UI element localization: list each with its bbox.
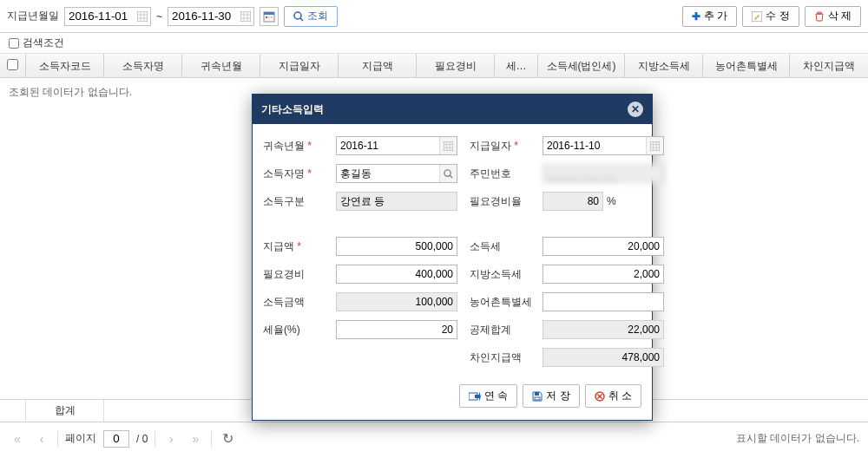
svg-line-16 — [300, 18, 303, 21]
close-icon[interactable]: ✕ — [628, 101, 643, 117]
svg-rect-32 — [535, 392, 539, 396]
svg-rect-11 — [264, 12, 274, 15]
header-checkbox-cell — [0, 54, 26, 77]
pencil-icon — [752, 11, 762, 22]
expense-input[interactable] — [336, 265, 457, 284]
grid-icon[interactable] — [238, 9, 253, 24]
date-from-input[interactable] — [65, 8, 135, 25]
edit-button-label: 수 정 — [766, 9, 789, 23]
search-icon[interactable] — [439, 165, 457, 182]
search-button[interactable]: 조회 — [284, 6, 338, 27]
save-button[interactable]: 저 장 — [523, 384, 579, 408]
pager-last-button[interactable]: » — [187, 430, 204, 448]
pager-prev-button[interactable]: ‹ — [33, 430, 50, 448]
svg-rect-18 — [818, 12, 821, 14]
pager-next-button[interactable]: › — [162, 430, 180, 448]
delete-button-label: 삭 제 — [828, 9, 852, 23]
modal-header: 기타소득입력 ✕ — [253, 95, 652, 124]
filter-checkbox[interactable] — [9, 38, 19, 49]
filter-bar: 검색조건 — [0, 33, 868, 54]
percent-label: % — [607, 195, 616, 207]
tax-rate-input[interactable] — [336, 320, 457, 339]
expense-rate-display — [542, 192, 603, 211]
deduct-total-display — [542, 320, 664, 339]
add-button-label: 추 가 — [704, 9, 727, 23]
filter-label: 검색조건 — [23, 36, 64, 50]
grid-empty-text: 조회된 데이터가 없습니다. — [9, 86, 132, 98]
add-button[interactable]: ✚ 추 가 — [682, 6, 737, 27]
tax-rate-label: 세율(%) — [263, 323, 324, 337]
income-type-display — [336, 192, 457, 211]
svg-point-15 — [294, 12, 301, 19]
pay-date-label: 지급년월일 — [7, 9, 59, 23]
col-rural-tax[interactable]: 농어촌특별세 — [703, 54, 790, 77]
col-earner-code[interactable]: 소득자코드 — [26, 54, 104, 77]
rural-tax-label: 농어촌특별세 — [470, 295, 530, 310]
calendar-icon — [263, 10, 275, 23]
col-local-tax[interactable]: 지방소득세 — [625, 54, 703, 77]
date-to-input[interactable] — [168, 8, 238, 25]
select-all-checkbox[interactable] — [7, 59, 18, 70]
delete-button[interactable]: 삭 제 — [805, 6, 861, 27]
net-pay-label: 차인지급액 — [470, 350, 530, 365]
svg-rect-0 — [137, 11, 148, 22]
rural-tax-input[interactable] — [542, 292, 664, 311]
modal-footer: 연 속 저 장 취 소 — [253, 376, 652, 420]
svg-rect-13 — [268, 16, 270, 18]
col-tax-abbrev[interactable]: 세… — [495, 54, 538, 77]
attr-month-label: 귀속년월 — [263, 139, 324, 154]
pager-refresh-button[interactable]: ↻ — [219, 430, 236, 448]
deduct-total-label: 공제합계 — [470, 323, 530, 337]
other-income-modal: 기타소득입력 ✕ 귀속년월 지급일자 소득자명 주민번호 — [252, 94, 653, 421]
pay-amount-input[interactable] — [336, 237, 457, 256]
edit-button[interactable]: 수 정 — [742, 6, 799, 27]
cancel-button[interactable]: 취 소 — [585, 384, 641, 408]
search-icon — [293, 11, 304, 22]
pager-page-total: / 0 — [136, 433, 148, 445]
pager-status-text: 표시할 데이터가 없습니다. — [736, 431, 859, 446]
summary-label: 합계 — [26, 400, 104, 422]
pager-page-label: 페이지 — [65, 431, 96, 446]
pager-page-input[interactable] — [103, 430, 129, 448]
search-button-label: 조회 — [307, 9, 328, 23]
col-earner-name[interactable]: 소득자명 — [104, 54, 182, 77]
income-tax-input[interactable] — [542, 237, 664, 256]
pager-first-button[interactable]: « — [9, 430, 26, 448]
svg-line-30 — [450, 175, 452, 178]
earner-name-label: 소득자명 — [263, 167, 324, 181]
pay-amount-label: 지급액 — [263, 239, 324, 254]
svg-rect-19 — [444, 141, 453, 151]
income-tax-label: 소득세 — [470, 239, 530, 254]
col-net-pay[interactable]: 차인지급액 — [790, 54, 868, 77]
grid-icon[interactable] — [135, 9, 150, 24]
income-amount-display — [336, 292, 457, 311]
income-type-label: 소득구분 — [263, 194, 324, 209]
local-tax-input[interactable] — [542, 265, 664, 284]
svg-rect-5 — [240, 11, 251, 22]
date-from-box[interactable] — [64, 7, 151, 26]
continuous-button[interactable]: 연 속 — [459, 384, 517, 408]
plus-icon: ✚ — [692, 10, 700, 23]
col-pay-amount[interactable]: 지급액 — [339, 54, 417, 77]
svg-rect-33 — [535, 397, 540, 400]
modal-title: 기타소득입력 — [261, 102, 324, 117]
col-attr-month[interactable]: 귀속년월 — [182, 54, 260, 77]
col-expense[interactable]: 필요경비 — [417, 54, 495, 77]
pager: « ‹ 페이지 / 0 › » ↻ 표시할 데이터가 없습니다. — [0, 422, 868, 455]
cancel-button-label: 취 소 — [608, 389, 632, 403]
calendar-button[interactable] — [260, 7, 279, 26]
expense-rate-label: 필요경비율 — [470, 194, 530, 209]
expense-label: 필요경비 — [263, 267, 324, 282]
grid-header: 소득자코드 소득자명 귀속년월 지급일자 지급액 필요경비 세… 소득세(법인세… — [0, 54, 868, 78]
resident-no-label: 주민번호 — [470, 167, 530, 181]
col-pay-date[interactable]: 지급일자 — [260, 54, 339, 77]
grid-icon[interactable] — [439, 137, 457, 154]
resident-no-display — [542, 164, 664, 183]
save-icon — [532, 391, 542, 402]
col-income-tax[interactable]: 소득세(법인세) — [538, 54, 625, 77]
date-to-box[interactable] — [168, 7, 254, 26]
top-toolbar: 지급년월일 ~ 조회 ✚ 추 가 — [0, 0, 868, 33]
grid-icon[interactable] — [646, 137, 663, 154]
svg-rect-14 — [271, 16, 273, 18]
net-pay-display — [542, 348, 664, 367]
